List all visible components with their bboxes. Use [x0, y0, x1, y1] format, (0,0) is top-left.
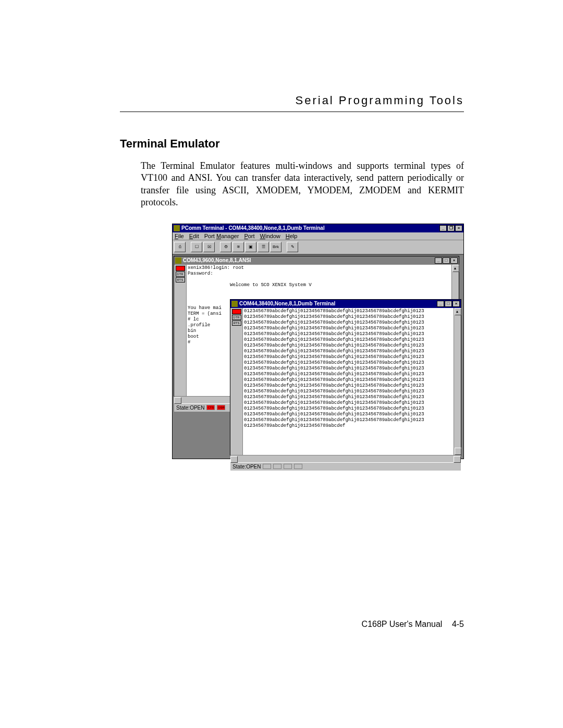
child2-min-button[interactable]: _ [437, 301, 444, 307]
section-body: The Terminal Emulator features multi-win… [141, 160, 464, 209]
tool-btn-5[interactable]: ≋ [232, 242, 244, 252]
child2-led-top [232, 309, 241, 314]
tool-btn-2[interactable]: ☐ [191, 242, 202, 252]
manual-name: C168P User's Manual [362, 620, 443, 628]
menu-port-manager[interactable]: Port Manager [204, 233, 239, 239]
child2-max-button[interactable]: □ [445, 301, 452, 307]
toolbar: ⎙ ☐ ☒ ⚙ ≋ ▣ ☰ Brk ✎ [173, 240, 463, 254]
menubar: File Edit Port Manager Port Window Help [173, 232, 463, 240]
terminal-screenshot: PComm Terminal - COM44,38400,None,8,1,Du… [172, 224, 464, 459]
mdi-area: COM43,9600,None,8,1,ANSI _ □ × DTR RTS [173, 254, 463, 459]
page-number: 4-5 [452, 620, 464, 628]
child1-close-button[interactable]: × [450, 257, 458, 264]
child1-led-top [176, 266, 185, 271]
child2-terminal-output[interactable]: 0123456789abcdefghij0123456789abcdefghij… [243, 308, 454, 455]
app-title: PComm Terminal - COM44,38400,None,8,1,Du… [181, 225, 439, 231]
minimize-button[interactable]: _ [439, 225, 447, 231]
child2-titlebar[interactable]: COM44,38400,None,8,1,Dumb Terminal _ □ × [230, 300, 461, 308]
menu-port[interactable]: Port [244, 233, 254, 239]
close-button[interactable]: × [455, 225, 462, 231]
child2-rts-indicator: RTS [232, 320, 241, 326]
restore-button[interactable]: ❐ [447, 225, 455, 231]
tool-btn-6[interactable]: ▣ [245, 242, 256, 252]
child2-title: COM44,38400,None,8,1,Dumb Terminal [239, 301, 437, 306]
child1-title: COM43,9600,None,8,1,ANSI [183, 257, 435, 263]
child2-dtr-indicator: DTR [232, 315, 241, 320]
menu-help[interactable]: Help [286, 233, 298, 239]
child2-led-3 [284, 464, 292, 469]
tool-btn-7[interactable]: ☰ [258, 242, 269, 252]
child1-state-label: State:OPEN [176, 405, 204, 411]
child2-indicators: DTR RTS [230, 308, 243, 455]
child1-rts-indicator: RTS [176, 277, 185, 282]
child2-statusbar: State:OPEN [230, 462, 461, 471]
child2-close-button[interactable]: × [452, 301, 460, 307]
child2-hscrollbar[interactable] [230, 455, 461, 462]
section-title: Terminal Emulator [120, 137, 464, 151]
child2-vscrollbar[interactable]: ▴▾ [454, 308, 461, 455]
child1-dsr-led: DSR [217, 405, 225, 410]
child2-led-1 [263, 464, 271, 469]
child2-led-2 [273, 464, 282, 469]
child2-state-label: State:OPEN [232, 464, 261, 470]
child1-max-button[interactable]: □ [443, 257, 450, 264]
app-window: PComm Terminal - COM44,38400,None,8,1,Du… [172, 224, 464, 459]
child1-indicators: DTR RTS [174, 265, 187, 396]
child1-titlebar[interactable]: COM43,9600,None,8,1,ANSI _ □ × [174, 256, 459, 265]
menu-edit[interactable]: Edit [189, 233, 199, 239]
tool-btn-brk[interactable]: Brk [270, 242, 282, 252]
menu-window[interactable]: Window [260, 233, 280, 239]
tool-btn-4[interactable]: ⚙ [220, 242, 231, 252]
app-titlebar: PComm Terminal - COM44,38400,None,8,1,Du… [173, 224, 463, 232]
child1-dtr-indicator: DTR [176, 272, 185, 277]
tool-btn-9[interactable]: ✎ [287, 242, 298, 252]
chapter-header: Serial Programming Tools [120, 94, 464, 112]
child2-led-4 [294, 464, 302, 469]
child1-cts-led: CTS [206, 405, 215, 410]
menu-file[interactable]: File [175, 233, 184, 239]
terminal-window-com44[interactable]: COM44,38400,None,8,1,Dumb Terminal _ □ ×… [230, 299, 461, 455]
page-footer: C168P User's Manual 4-5 [362, 620, 464, 629]
terminal-icon [175, 257, 181, 264]
terminal-icon [231, 301, 238, 307]
tool-btn-3[interactable]: ☒ [203, 242, 215, 252]
child1-min-button[interactable]: _ [435, 257, 442, 264]
tool-btn-1[interactable]: ⎙ [174, 242, 186, 252]
app-icon [174, 225, 180, 231]
